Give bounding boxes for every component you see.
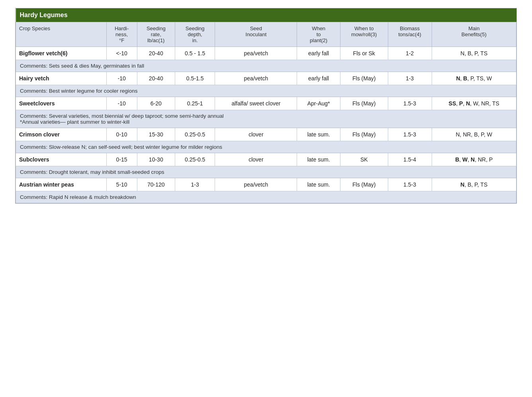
cell-5: early fall xyxy=(297,47,340,60)
table-body: Bigflower vetch(6)<-1020-400.5 - 1.5pea/… xyxy=(16,47,516,203)
comment-text: Comments: Sets seed & dies May, germinat… xyxy=(16,60,516,72)
cell-8: N, B, P, TS, W xyxy=(432,72,516,85)
cell-5: early fall xyxy=(297,72,340,85)
table-row: Sweetclovers-106-200.25-1alfalfa/ sweet … xyxy=(16,97,516,110)
comment-row: Comments: Best winter legume for cooler … xyxy=(16,85,516,97)
cell-3: 0.5-1.5 xyxy=(175,72,215,85)
col-crop-species: Crop Species xyxy=(16,22,107,47)
table-row: Subclovers0-1510-300.25-0.5cloverlate su… xyxy=(16,153,516,166)
cell-3: 0.25-0.5 xyxy=(175,153,215,166)
comment-text: Comments: Several varieties, most bienni… xyxy=(16,110,516,128)
cell-3: 0.5 - 1.5 xyxy=(175,47,215,60)
cell-6: SK xyxy=(340,153,388,166)
col-hardiness: Hardi-ness,°F xyxy=(106,22,137,47)
cell-4: clover xyxy=(215,153,297,166)
cell-7: 1.5-4 xyxy=(388,153,432,166)
cell-1: -10 xyxy=(106,97,137,110)
cell-4: alfalfa/ sweet clover xyxy=(215,97,297,110)
cell-2: 70-120 xyxy=(137,178,175,191)
table-row: Bigflower vetch(6)<-1020-400.5 - 1.5pea/… xyxy=(16,47,516,60)
cell-5: late sum. xyxy=(297,153,340,166)
cell-1: 5-10 xyxy=(106,178,137,191)
cell-4: pea/vetch xyxy=(215,178,297,191)
cell-2: 20-40 xyxy=(137,72,175,85)
comment-row: Comments: Several varieties, most bienni… xyxy=(16,110,516,128)
comment-text: Comments: Best winter legume for cooler … xyxy=(16,85,516,97)
cell-4: pea/vetch xyxy=(215,72,297,85)
cell-6: Fls (May) xyxy=(340,128,388,141)
cell-8: SS, P, N, W, NR, TS xyxy=(432,97,516,110)
comment-row: Comments: Drought tolerant, may inhibit … xyxy=(16,166,516,178)
table-row: Crimson clover0-1015-300.25-0.5cloverlat… xyxy=(16,128,516,141)
cell-7: 1-3 xyxy=(388,72,432,85)
col-when-to-mow: When tomow/roll(3) xyxy=(340,22,388,47)
cell-7: 1-2 xyxy=(388,47,432,60)
col-main-benefits: MainBenefits(5) xyxy=(432,22,516,47)
comment-row: Comments: Sets seed & dies May, germinat… xyxy=(16,60,516,72)
cell-4: clover xyxy=(215,128,297,141)
cell-2: 6-20 xyxy=(137,97,175,110)
cell-7: 1.5-3 xyxy=(388,97,432,110)
cell-0: Subclovers xyxy=(16,153,107,166)
hardy-legumes-table: Hardy Legumes Crop Species Hardi-ness,°F… xyxy=(15,8,517,204)
cell-1: -10 xyxy=(106,72,137,85)
col-biomass: Biomasstons/ac(4) xyxy=(388,22,432,47)
table-title-row: Hardy Legumes xyxy=(16,8,516,22)
cell-2: 15-30 xyxy=(137,128,175,141)
cell-1: <-10 xyxy=(106,47,137,60)
cell-8: N, NR, B, P, W xyxy=(432,128,516,141)
comment-text: Comments: Drought tolerant, may inhibit … xyxy=(16,166,516,178)
col-seeding-depth: Seedingdepth,in. xyxy=(175,22,215,47)
cell-5: late sum. xyxy=(297,128,340,141)
cell-8: N, B, P, TS xyxy=(432,47,516,60)
col-seed-inoculant: SeedInoculant xyxy=(215,22,297,47)
cell-7: 1.5-3 xyxy=(388,128,432,141)
cell-5: late sum. xyxy=(297,178,340,191)
cell-0: Sweetclovers xyxy=(16,97,107,110)
cell-6: Fls (May) xyxy=(340,97,388,110)
column-header-row: Crop Species Hardi-ness,°F Seedingrate,l… xyxy=(16,22,516,47)
cell-6: Fls or Sk xyxy=(340,47,388,60)
cell-2: 10-30 xyxy=(137,153,175,166)
cell-4: pea/vetch xyxy=(215,47,297,60)
cell-2: 20-40 xyxy=(137,47,175,60)
cell-3: 1-3 xyxy=(175,178,215,191)
cell-6: Fls (May) xyxy=(340,72,388,85)
comment-text: Comments: Rapid N release & mulch breakd… xyxy=(16,191,516,203)
cell-5: Apr-Aug* xyxy=(297,97,340,110)
cell-0: Bigflower vetch(6) xyxy=(16,47,107,60)
cell-1: 0-10 xyxy=(106,128,137,141)
comment-row: Comments: Slow-release N; can self-seed … xyxy=(16,141,516,153)
col-when-to-plant: Whentoplant(2) xyxy=(297,22,340,47)
comment-row: Comments: Rapid N release & mulch breakd… xyxy=(16,191,516,203)
cell-0: Hairy vetch xyxy=(16,72,107,85)
cell-1: 0-15 xyxy=(106,153,137,166)
cell-3: 0.25-0.5 xyxy=(175,128,215,141)
cell-8: B, W, N, NR, P xyxy=(432,153,516,166)
cell-0: Austrian winter peas xyxy=(16,178,107,191)
cell-8: N, B, P, TS xyxy=(432,178,516,191)
cell-6: Fls (May) xyxy=(340,178,388,191)
table-row: Hairy vetch-1020-400.5-1.5pea/vetchearly… xyxy=(16,72,516,85)
table-row: Austrian winter peas5-1070-1201-3pea/vet… xyxy=(16,178,516,191)
cell-7: 1.5-3 xyxy=(388,178,432,191)
cell-3: 0.25-1 xyxy=(175,97,215,110)
cell-0: Crimson clover xyxy=(16,128,107,141)
comment-text: Comments: Slow-release N; can self-seed … xyxy=(16,141,516,153)
col-seeding-rate: Seedingrate,lb/ac(1) xyxy=(137,22,175,47)
table-title: Hardy Legumes xyxy=(16,8,516,22)
